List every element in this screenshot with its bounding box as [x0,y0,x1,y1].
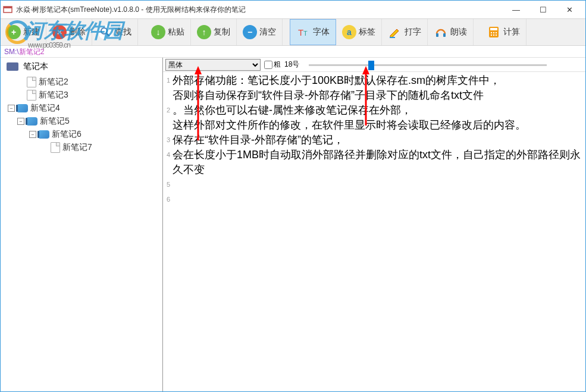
collapse-icon[interactable]: − [8,105,15,112]
document-icon [27,90,36,101]
plus-icon: + [7,25,21,39]
up-icon: ↑ [197,25,211,39]
font-button[interactable]: TT 字体 [290,19,336,45]
breadcrumb-path[interactable]: 新笔记2 [19,48,45,56]
svg-point-12 [493,32,494,33]
tree-label: 新笔记7 [62,142,92,153]
tree-header[interactable]: 笔记本 [1,58,162,76]
svg-point-14 [491,35,492,36]
delete-button[interactable]: × 删除 [46,19,92,45]
editor-toolbar: 黑体 粗 18号 [163,58,585,72]
toolbar: + 新建 × 删除 查找 ↓ 粘贴 ↑ 复制 − 清空 TT 字体 a 标签 打 [1,18,585,46]
collapse-icon[interactable]: − [17,118,24,125]
tag-button[interactable]: a 标签 [336,19,382,45]
text-line: 。当然你也可以右键-属性来修改笔记保存在外部， [173,103,583,118]
text-content[interactable]: 外部存储功能：笔记长度小于100KB时默认保存在.sm的树库文件中， 否则将自动… [171,72,585,391]
font-size-label: 18号 [284,59,299,70]
x-icon: × [52,25,67,39]
window-title: 水焱·树形笔记本(smTreeNote).v1.0.8.0 - 使用无限树结构来… [16,5,503,15]
minus-icon: − [243,25,257,39]
svg-rect-10 [490,28,497,30]
document-icon [51,142,60,153]
tree-header-label: 笔记本 [23,61,48,72]
tree-node[interactable]: 新笔记7 [41,141,158,154]
text-line: 保存在“软件目录-外部存储”的笔记， [173,133,583,148]
tree-panel: 笔记本 新笔记2 新笔记3 − 新笔记4 − 新笔记5 − [1,58,163,391]
bold-label: 粗 [274,59,281,70]
svg-point-13 [496,32,497,33]
copy-button[interactable]: ↑ 复制 [191,19,237,45]
font-size-slider[interactable] [309,59,547,70]
titlebar: 水焱·树形笔记本(smTreeNote).v1.0.8.0 - 使用无限树结构来… [1,1,585,18]
tree-label: 新笔记4 [30,103,60,114]
book-icon [39,130,49,139]
tag-icon: a [342,25,356,39]
calc-button[interactable]: 计算 [481,19,527,45]
breadcrumb-root: SM:\ [4,48,19,56]
find-button[interactable]: 查找 [92,19,138,45]
notebook-icon [7,62,18,71]
type-label: 打字 [405,27,421,37]
tree-label: 新笔记2 [39,77,68,87]
text-line: 会在长度小于1MB时自动取消外部路径并删除对应的txt文件，自己指定的外部路径则… [173,148,583,177]
font-label: 字体 [313,27,330,37]
tree-node[interactable]: − 新笔记4 [8,102,158,115]
bold-input[interactable] [264,61,272,69]
main-area: 笔记本 新笔记2 新笔记3 − 新笔记4 − 新笔记5 − [1,58,585,391]
svg-point-16 [496,35,497,36]
text-line: 这样外部对文件所作的修改，在软件里显示时将会读取已经修改后的内容。 [173,118,583,133]
tree-node[interactable]: − 新笔记6 [29,128,158,141]
svg-line-3 [106,33,109,36]
clear-button[interactable]: − 清空 [237,19,283,45]
search-icon [98,25,112,39]
editor-body[interactable]: 1. 2. 3 4. 5 6. 外部存储功能：笔记长度小于100KB时默认保存在… [163,72,585,391]
tree-label: 新笔记3 [39,90,68,101]
svg-rect-8 [443,33,446,37]
editor-panel: 黑体 粗 18号 1. 2. 3 4. 5 6. 外部存储功能：笔记长度小 [163,58,585,391]
svg-point-15 [493,35,494,36]
calculator-icon [487,25,501,39]
tree-label: 新笔记6 [52,129,82,140]
svg-point-11 [491,32,492,33]
new-button[interactable]: + 新建 [1,19,46,45]
svg-rect-7 [436,33,438,37]
copy-label: 复制 [214,27,230,37]
type-button[interactable]: 打字 [382,19,428,45]
headphones-icon [434,25,448,39]
book-icon [27,117,37,126]
window-controls: — ☐ ✕ [503,1,583,18]
pencil-icon [388,25,402,39]
svg-text:T: T [298,27,303,37]
document-icon [27,77,36,87]
tree-node[interactable]: 新笔记2 [17,76,158,89]
text-line: 外部存储功能：笔记长度小于100KB时默认保存在.sm的树库文件中， [173,73,583,88]
svg-text:T: T [303,30,308,37]
read-button[interactable]: 朗读 [428,19,474,45]
tag-label: 标签 [359,27,375,37]
collapse-icon[interactable]: − [29,131,36,138]
clear-label: 清空 [259,27,276,37]
svg-rect-1 [4,7,12,8]
find-label: 查找 [115,27,131,37]
font-family-select[interactable]: 黑体 [165,59,261,71]
breadcrumb: SM:\新笔记2 [1,46,585,58]
calc-label: 计算 [503,27,520,37]
minimize-button[interactable]: — [503,1,529,18]
new-label: 新建 [23,27,40,37]
book-icon [17,104,28,112]
paste-label: 粘贴 [168,27,184,37]
line-gutter: 1. 2. 3 4. 5 6. [163,72,171,391]
tree-node[interactable]: 新笔记3 [17,89,158,102]
read-label: 朗读 [450,27,467,37]
tree-node[interactable]: − 新笔记5 [17,115,158,128]
svg-point-2 [101,28,107,34]
delete-label: 删除 [69,27,86,37]
paste-button[interactable]: ↓ 粘贴 [145,19,191,45]
down-icon: ↓ [151,25,165,39]
maximize-button[interactable]: ☐ [529,1,556,18]
tree-label: 新笔记5 [40,116,70,127]
text-line: 否则将自动保存到“软件目录-外部存储”子目录下的随机命名txt文件 [173,88,583,103]
tree: 新笔记2 新笔记3 − 新笔记4 − 新笔记5 − 新笔记6 [1,76,162,159]
close-button[interactable]: ✕ [556,1,583,18]
bold-checkbox[interactable]: 粗 [264,59,281,70]
